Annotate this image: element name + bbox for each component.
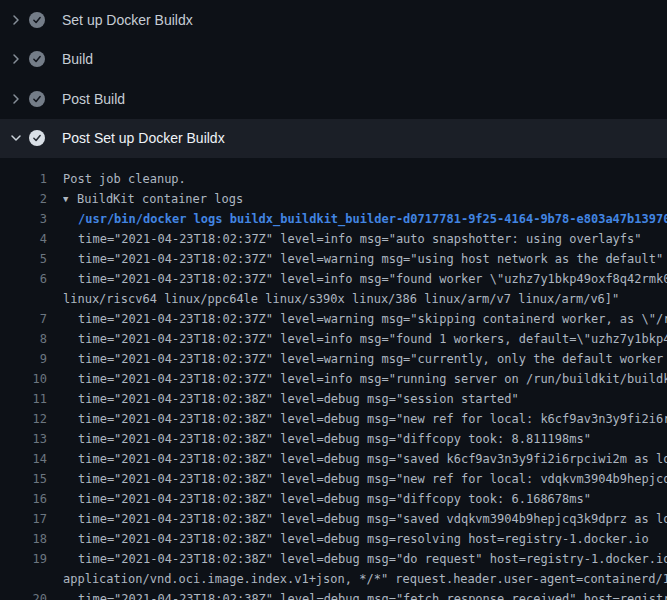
chevron-down-icon	[8, 130, 24, 146]
line-number[interactable]: 12	[0, 409, 47, 429]
log-line: 19time="2021-04-23T18:02:38Z" level=debu…	[0, 549, 667, 569]
line-number[interactable]: 3	[0, 209, 47, 229]
log-text: linux/riscv64 linux/ppc64le linux/s390x …	[63, 289, 619, 309]
step-row-post-build[interactable]: Post Build	[0, 79, 667, 119]
line-number[interactable]: 5	[0, 249, 47, 269]
log-text: time="2021-04-23T18:02:38Z" level=debug …	[78, 449, 667, 469]
line-number[interactable]: 20	[0, 589, 47, 600]
check-circle-icon	[29, 91, 45, 107]
line-number	[0, 289, 47, 309]
log-line: 9time="2021-04-23T18:02:37Z" level=warni…	[0, 349, 667, 369]
line-number[interactable]: 18	[0, 529, 47, 549]
log-text: time="2021-04-23T18:02:38Z" level=debug …	[78, 529, 649, 549]
log-line: 8time="2021-04-23T18:02:37Z" level=info …	[0, 329, 667, 349]
line-number[interactable]: 8	[0, 329, 47, 349]
log-text: time="2021-04-23T18:02:38Z" level=debug …	[78, 549, 667, 569]
step-label: Post Build	[62, 91, 125, 107]
line-number[interactable]: 1	[0, 169, 47, 189]
chevron-right-icon	[8, 12, 24, 28]
log-line-continuation: linux/riscv64 linux/ppc64le linux/s390x …	[0, 289, 667, 309]
line-number[interactable]: 7	[0, 309, 47, 329]
log-line: 7time="2021-04-23T18:02:37Z" level=warni…	[0, 309, 667, 329]
line-number[interactable]: 17	[0, 509, 47, 529]
log-line: 15time="2021-04-23T18:02:38Z" level=debu…	[0, 469, 667, 489]
line-number[interactable]: 13	[0, 429, 47, 449]
line-number[interactable]: 10	[0, 369, 47, 389]
log-line: 12time="2021-04-23T18:02:38Z" level=debu…	[0, 409, 667, 429]
log-text: time="2021-04-23T18:02:38Z" level=debug …	[78, 409, 667, 429]
log-lines: 1Post job cleanup.2▼BuildKit container l…	[0, 169, 667, 600]
log-text: Post job cleanup.	[63, 169, 186, 189]
log-line: 10time="2021-04-23T18:02:37Z" level=info…	[0, 369, 667, 389]
line-number[interactable]: 2	[0, 189, 47, 209]
log-text: time="2021-04-23T18:02:37Z" level=info m…	[78, 369, 667, 389]
log-text: time="2021-04-23T18:02:37Z" level=info m…	[78, 329, 667, 349]
check-circle-icon	[29, 130, 45, 146]
line-number[interactable]: 19	[0, 549, 47, 569]
log-line: 18time="2021-04-23T18:02:38Z" level=debu…	[0, 529, 667, 549]
line-number[interactable]: 6	[0, 269, 47, 289]
line-number[interactable]: 15	[0, 469, 47, 489]
log-text: application/vnd.oci.image.index.v1+json,…	[63, 569, 667, 589]
step-label: Set up Docker Buildx	[62, 12, 193, 28]
log-text: time="2021-04-23T18:02:38Z" level=debug …	[78, 589, 667, 600]
step-row-set-up-docker-buildx[interactable]: Set up Docker Buildx	[0, 0, 667, 40]
line-number[interactable]: 14	[0, 449, 47, 469]
log-text: time="2021-04-23T18:02:38Z" level=debug …	[78, 429, 591, 449]
log-line: 6time="2021-04-23T18:02:37Z" level=info …	[0, 269, 667, 289]
group-collapse-triangle-icon[interactable]: ▼	[63, 189, 77, 209]
workflow-log-panel: Set up Docker Buildx Build Post Build	[0, 0, 667, 600]
chevron-right-icon	[8, 91, 24, 107]
log-line: 17time="2021-04-23T18:02:38Z" level=debu…	[0, 509, 667, 529]
log-viewer[interactable]: 1Post job cleanup.2▼BuildKit container l…	[0, 158, 667, 600]
log-text: time="2021-04-23T18:02:38Z" level=debug …	[78, 509, 667, 529]
log-text: time="2021-04-23T18:02:38Z" level=debug …	[78, 389, 519, 409]
log-line-continuation: application/vnd.oci.image.index.v1+json,…	[0, 569, 667, 589]
step-label: Build	[62, 51, 93, 67]
log-line: 4time="2021-04-23T18:02:37Z" level=info …	[0, 229, 667, 249]
log-text: time="2021-04-23T18:02:37Z" level=warnin…	[78, 309, 667, 329]
check-circle-icon	[29, 12, 45, 28]
log-line: 20time="2021-04-23T18:02:38Z" level=debu…	[0, 589, 667, 600]
line-number	[0, 569, 47, 589]
log-text: time="2021-04-23T18:02:38Z" level=debug …	[78, 489, 591, 509]
step-row-build[interactable]: Build	[0, 40, 667, 80]
line-number[interactable]: 9	[0, 349, 47, 369]
log-line: 13time="2021-04-23T18:02:38Z" level=debu…	[0, 429, 667, 449]
line-number[interactable]: 11	[0, 389, 47, 409]
log-line: 11time="2021-04-23T18:02:38Z" level=debu…	[0, 389, 667, 409]
log-line: 3/usr/bin/docker logs buildx_buildkit_bu…	[0, 209, 667, 229]
log-line: 1Post job cleanup.	[0, 169, 667, 189]
log-group-row: 2▼BuildKit container logs	[0, 189, 667, 209]
log-line: 14time="2021-04-23T18:02:38Z" level=debu…	[0, 449, 667, 469]
log-line: 16time="2021-04-23T18:02:38Z" level=debu…	[0, 489, 667, 509]
steps-list: Set up Docker Buildx Build Post Build	[0, 0, 667, 158]
step-row-post-set-up-docker-buildx[interactable]: Post Set up Docker Buildx	[0, 119, 667, 159]
log-text[interactable]: ▼BuildKit container logs	[63, 189, 243, 209]
step-label: Post Set up Docker Buildx	[62, 130, 225, 146]
log-text: time="2021-04-23T18:02:37Z" level=info m…	[78, 229, 642, 249]
check-circle-icon	[29, 51, 45, 67]
log-line: 5time="2021-04-23T18:02:37Z" level=warni…	[0, 249, 667, 269]
log-text: time="2021-04-23T18:02:37Z" level=info m…	[78, 269, 667, 289]
line-number[interactable]: 16	[0, 489, 47, 509]
chevron-right-icon	[8, 51, 24, 67]
log-text: time="2021-04-23T18:02:38Z" level=debug …	[78, 469, 667, 489]
log-command-text: /usr/bin/docker logs buildx_buildkit_bui…	[78, 209, 667, 229]
line-number[interactable]: 4	[0, 229, 47, 249]
log-text: time="2021-04-23T18:02:37Z" level=warnin…	[78, 349, 667, 369]
log-text: time="2021-04-23T18:02:37Z" level=warnin…	[78, 249, 663, 269]
